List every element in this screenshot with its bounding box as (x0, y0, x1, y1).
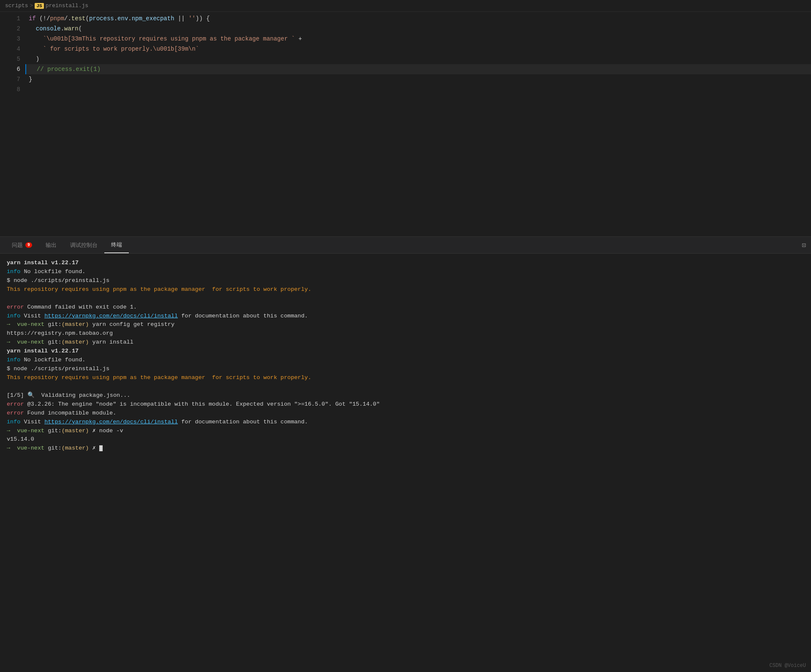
code-line-8 (25, 84, 811, 95)
code-container: 1 2 3 4 5 6 7 8 if (!/pnpm/.test(process… (0, 12, 811, 236)
line-num-6: 6 (0, 64, 20, 74)
code-line-5: ) (25, 54, 811, 64)
terminal-line-5 (7, 294, 804, 303)
code-line-6: // process.exit(1) (25, 64, 811, 74)
breadcrumb: scripts > JS preinstall.js (0, 0, 811, 12)
line-num-3: 3 (0, 34, 20, 44)
terminal-line-18: error Found incompatible module. (7, 409, 804, 418)
terminal-line-7: info Visit https://yarnpkg.com/en/docs/c… (7, 312, 804, 321)
tab-output[interactable]: 输出 (39, 237, 63, 253)
terminal-line-21: v15.14.0 (7, 435, 804, 444)
terminal-line-16: [1/5] 🔍 Validating package.json... (7, 391, 804, 400)
tab-terminal-label: 终端 (111, 241, 122, 249)
line-num-1: 1 (0, 14, 20, 24)
terminal-line-9: https://registry.npm.taobao.org (7, 329, 804, 338)
terminal-cursor (99, 445, 103, 451)
terminal-line-10: → vue-next git:(master) yarn install (7, 338, 804, 347)
breadcrumb-filename: preinstall.js (46, 3, 88, 9)
code-line-1: if (!/pnpm/.test(process.env.npm_execpat… (25, 14, 811, 24)
terminal-line-19: info Visit https://yarnpkg.com/en/docs/c… (7, 418, 804, 427)
code-content[interactable]: if (!/pnpm/.test(process.env.npm_execpat… (25, 12, 811, 236)
terminal-line-14: This repository requires using pnpm as t… (7, 374, 804, 382)
line-num-2: 2 (0, 24, 20, 34)
tab-output-label: 输出 (46, 241, 57, 249)
line-num-5: 5 (0, 54, 20, 64)
terminal-line-2: info No lockfile found. (7, 268, 804, 276)
terminal-line-1: yarn install v1.22.17 (7, 259, 804, 268)
terminal-line-6: error Command failed with exit code 1. (7, 303, 804, 312)
terminal-line-17: error @3.2.26: The engine "node" is inco… (7, 400, 804, 409)
terminal-line-20: → vue-next git:(master) ✗ node -v (7, 427, 804, 436)
tab-debug-console[interactable]: 调试控制台 (63, 237, 104, 253)
tab-debug-label: 调试控制台 (70, 241, 98, 249)
terminal-area: 问题 9 输出 调试控制台 终端 ⊡ yarn install v1.22.17… (0, 236, 811, 672)
terminal-line-22: → vue-next git:(master) ✗ (7, 444, 804, 453)
terminal-line-15 (7, 382, 804, 391)
terminal-tabs: 问题 9 输出 调试控制台 终端 ⊡ (0, 237, 811, 254)
editor-area: scripts > JS preinstall.js 1 2 3 4 5 6 7… (0, 0, 811, 236)
breadcrumb-parent: scripts (5, 3, 28, 9)
terminal-content[interactable]: yarn install v1.22.17 info No lockfile f… (0, 254, 811, 672)
breadcrumb-separator: > (30, 3, 33, 9)
tab-problems[interactable]: 问题 9 (5, 237, 39, 253)
terminal-line-4: This repository requires using pnpm as t… (7, 285, 804, 294)
tab-terminal[interactable]: 终端 (104, 237, 129, 253)
csdn-watermark: CSDN @VoiceU (770, 663, 806, 669)
terminal-expand-icon[interactable]: ⊡ (802, 241, 806, 249)
tab-problems-label: 问题 (12, 241, 23, 249)
terminal-line-3: $ node ./scripts/preinstall.js (7, 276, 804, 285)
line-num-4: 4 (0, 44, 20, 54)
line-num-7: 7 (0, 74, 20, 84)
terminal-line-8: → vue-next git:(master) yarn config get … (7, 320, 804, 329)
line-num-8: 8 (0, 84, 20, 95)
line-numbers: 1 2 3 4 5 6 7 8 (0, 12, 25, 236)
terminal-line-11: yarn install v1.22.17 (7, 347, 804, 356)
code-line-4: ` for scripts to work properly.\u001b[39… (25, 44, 811, 54)
terminal-line-12: info No lockfile found. (7, 356, 804, 365)
breadcrumb-js-badge: JS (35, 3, 44, 9)
tab-problems-badge: 9 (25, 242, 32, 248)
code-line-2: console.warn( (25, 24, 811, 34)
code-line-7: } (25, 74, 811, 84)
terminal-line-13: $ node ./scripts/preinstall.js (7, 365, 804, 374)
code-line-3: `\u001b[33mThis repository requires usin… (25, 34, 811, 44)
